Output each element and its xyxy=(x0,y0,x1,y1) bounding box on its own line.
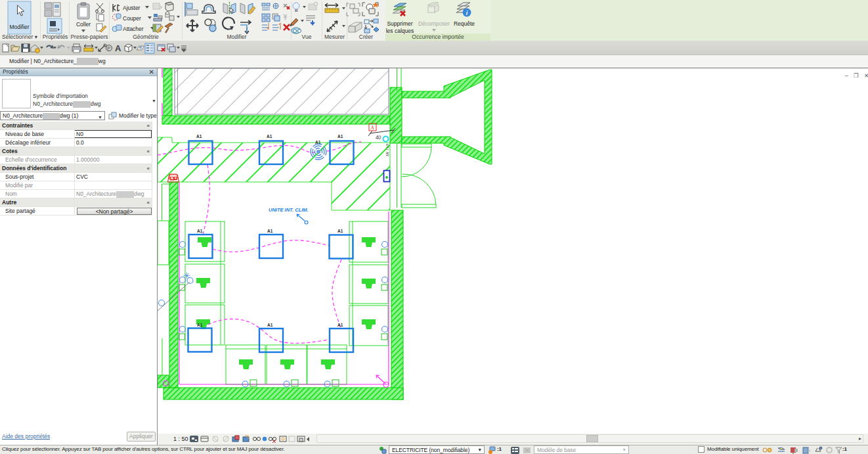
svg-text:A1: A1 xyxy=(337,134,343,139)
svg-text:Attacher: Attacher xyxy=(123,26,144,32)
svg-text:P: P xyxy=(108,46,111,51)
svg-text:Décomposer: Décomposer xyxy=(418,20,450,27)
svg-text:Ajuster: Ajuster xyxy=(123,5,141,11)
svg-text:A: A xyxy=(115,43,121,53)
svg-text:Modifier: Modifier xyxy=(9,24,29,30)
svg-text:Supprimer: Supprimer xyxy=(387,20,412,27)
svg-text:A1: A1 xyxy=(197,323,203,327)
svg-text:les calques: les calques xyxy=(386,28,414,34)
svg-text:A1: A1 xyxy=(267,134,272,139)
svg-text:A1: A1 xyxy=(197,229,203,233)
svg-text:Requête: Requête xyxy=(454,20,475,27)
svg-text:Coller: Coller xyxy=(76,21,91,28)
svg-text:A1: A1 xyxy=(196,134,202,139)
svg-text:UNITE INT. CLIM.: UNITE INT. CLIM. xyxy=(269,207,309,213)
svg-text:A: A xyxy=(370,125,374,131)
svg-text:A1: A1 xyxy=(337,323,343,327)
svg-text:A1: A1 xyxy=(337,229,343,233)
svg-text:A1: A1 xyxy=(267,229,273,233)
svg-text:Ht 110: Ht 110 xyxy=(385,144,390,157)
svg-text:Couper: Couper xyxy=(123,15,141,22)
svg-text:A1: A1 xyxy=(267,323,273,327)
svg-text:40: 40 xyxy=(376,135,381,141)
